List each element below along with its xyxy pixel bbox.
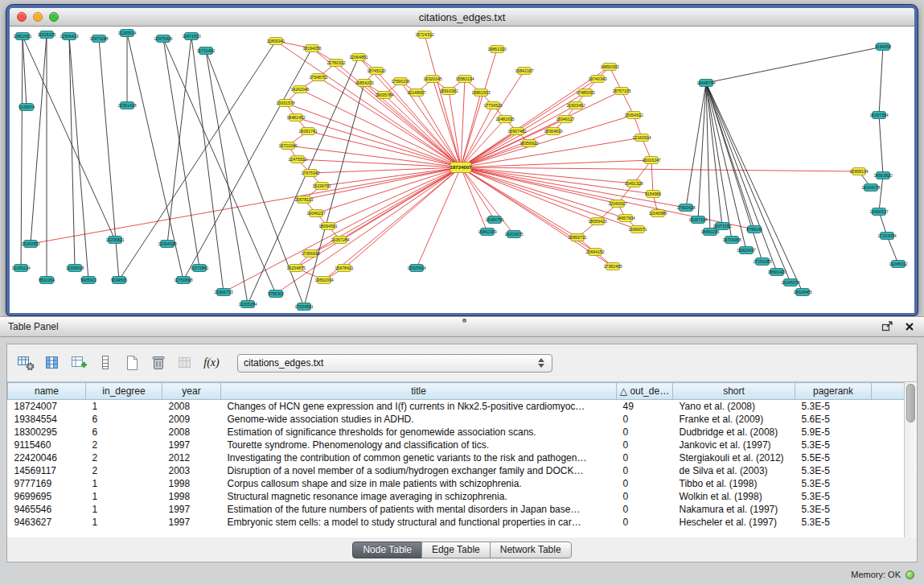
graph-node[interactable]: 8799146 bbox=[746, 226, 762, 233]
graph-node[interactable]: 16234875 bbox=[286, 265, 305, 272]
graph-node[interactable]: 20678113 bbox=[295, 196, 314, 204]
graph-node[interactable]: 18691420 bbox=[767, 269, 786, 276]
graph-edge[interactable] bbox=[344, 167, 461, 268]
graph-node[interactable]: 15582134 bbox=[455, 76, 474, 83]
graph-node[interactable]: 22064851 bbox=[349, 54, 368, 61]
graph-node[interactable]: 21057284 bbox=[331, 237, 349, 244]
column-header-3[interactable]: title bbox=[221, 383, 617, 400]
graph-edge[interactable] bbox=[461, 115, 634, 167]
table-settings-icon[interactable] bbox=[14, 352, 38, 374]
table-selector-dropdown[interactable]: citations_edges.txt bbox=[237, 354, 552, 373]
add-column-icon[interactable] bbox=[67, 352, 91, 374]
window-titlebar[interactable]: citations_edges.txt bbox=[10, 8, 914, 27]
graph-edge[interactable] bbox=[879, 47, 883, 115]
column-header-0[interactable]: name bbox=[8, 383, 86, 400]
graph-node[interactable]: 15920437 bbox=[737, 247, 755, 254]
float-panel-icon[interactable] bbox=[881, 320, 893, 333]
graph-node[interactable]: 16648794 bbox=[696, 80, 715, 87]
graph-edge[interactable] bbox=[706, 47, 883, 83]
graph-node[interactable]: 15491328 bbox=[624, 180, 643, 187]
graph-node[interactable]: 9154980 bbox=[645, 191, 661, 198]
graph-node[interactable]: 9905913 bbox=[80, 277, 97, 284]
graph-node[interactable]: 17034561 bbox=[294, 303, 313, 311]
graph-edge[interactable] bbox=[324, 167, 461, 280]
graph-edge[interactable] bbox=[119, 41, 276, 280]
graph-node[interactable]: 11526205 bbox=[38, 31, 56, 39]
graph-node[interactable]: 9756302 bbox=[268, 290, 284, 298]
graph-node[interactable]: 10235821 bbox=[105, 237, 124, 244]
graph-node[interactable]: 11572841 bbox=[191, 265, 209, 272]
graph-node[interactable]: 20031578 bbox=[276, 100, 294, 107]
table-row[interactable]: 911546021997Tourette syndrome. Phenomeno… bbox=[8, 439, 906, 451]
graph-node[interactable]: 18059423 bbox=[588, 218, 606, 225]
graph-node[interactable]: 16034278 bbox=[861, 184, 880, 192]
graph-node[interactable]: 12406517 bbox=[869, 208, 888, 216]
graph-edge[interactable] bbox=[183, 48, 312, 280]
graph-node[interactable]: 18325914 bbox=[407, 265, 425, 272]
graph-node[interactable]: 12475512 bbox=[288, 156, 306, 163]
graph-node[interactable]: 11731492 bbox=[197, 47, 216, 55]
graph-edge[interactable] bbox=[167, 36, 191, 244]
graph-node[interactable]: 17485093 bbox=[576, 89, 594, 97]
graph-node[interactable]: 18356920 bbox=[519, 140, 538, 147]
table-panel-header[interactable]: Table Panel bbox=[0, 316, 924, 337]
graph-node[interactable]: 19861320 bbox=[487, 46, 506, 53]
citation-network-graph[interactable]: 1180934118194056227803121754875114242046… bbox=[10, 27, 914, 313]
graph-node[interactable]: 25260550 bbox=[21, 241, 39, 248]
graph-node[interactable]: 16046127 bbox=[556, 116, 574, 123]
graph-edge[interactable] bbox=[461, 167, 859, 171]
graph-node[interactable]: 20351428 bbox=[117, 102, 136, 109]
close-window-icon[interactable] bbox=[17, 12, 27, 22]
graph-node[interactable]: 10802651 bbox=[13, 33, 31, 40]
graph-node[interactable]: 19046217 bbox=[306, 210, 325, 217]
table-row[interactable]: 1830029562008Estimation of significance … bbox=[8, 426, 906, 439]
graph-node[interactable]: 16073152 bbox=[713, 223, 731, 230]
graph-node[interactable]: 17103054 bbox=[877, 233, 896, 240]
tab-node-table[interactable]: Node Table bbox=[352, 542, 422, 558]
graph-node[interactable]: 18194056 bbox=[302, 45, 321, 52]
graph-node-hub[interactable]: 18724007 bbox=[450, 163, 472, 173]
table-row[interactable]: 1456911722003Disruption of a novel membe… bbox=[8, 464, 906, 477]
graph-edge[interactable] bbox=[304, 83, 364, 307]
graph-node[interactable]: 17356910 bbox=[301, 250, 319, 257]
graph-node[interactable]: 16016247 bbox=[642, 157, 660, 164]
table-row[interactable]: 946362711997Embryonic stem cells: a mode… bbox=[8, 516, 906, 529]
graph-node[interactable]: 10471503 bbox=[182, 33, 200, 40]
graph-node[interactable]: 17590236 bbox=[391, 78, 409, 85]
table-row[interactable]: 2242004622012Investigating the contribut… bbox=[8, 451, 906, 464]
graph-node[interactable]: 15842167 bbox=[515, 68, 533, 75]
graph-edge[interactable] bbox=[206, 51, 248, 304]
show-columns-icon[interactable] bbox=[40, 352, 64, 374]
graph-node[interactable]: 11809341 bbox=[267, 38, 285, 45]
graph-edge[interactable] bbox=[99, 39, 119, 280]
graph-node[interactable]: 16320145 bbox=[423, 76, 441, 83]
graph-edge[interactable] bbox=[461, 167, 754, 229]
graph-node[interactable]: 9502354 bbox=[39, 277, 55, 284]
graph-edge[interactable] bbox=[285, 103, 461, 167]
graph-edge[interactable] bbox=[461, 131, 553, 167]
graph-node[interactable]: 12506413 bbox=[60, 33, 78, 40]
graph-node[interactable]: 16907482 bbox=[507, 128, 526, 135]
network-canvas[interactable]: 1180934118194056227803121754875114242046… bbox=[10, 27, 914, 313]
graph-edge[interactable] bbox=[686, 83, 706, 208]
graph-edge[interactable] bbox=[887, 236, 898, 264]
graph-node[interactable]: 15678421 bbox=[335, 265, 353, 272]
graph-edge[interactable] bbox=[461, 167, 495, 220]
new-file-icon[interactable] bbox=[120, 352, 144, 374]
graph-node[interactable]: 17693428 bbox=[676, 204, 695, 212]
graph-edge[interactable] bbox=[23, 36, 27, 107]
graph-node[interactable]: 9194058 bbox=[875, 43, 891, 51]
graph-node[interactable]: 22780312 bbox=[326, 60, 345, 67]
table-row[interactable]: 946554611997Estimation of the future num… bbox=[8, 503, 906, 516]
graph-node[interactable]: 19861503 bbox=[471, 89, 490, 97]
graph-node[interactable]: 11309618 bbox=[66, 265, 84, 272]
table-row[interactable]: 1872400712008Changes of HCN gene express… bbox=[8, 400, 906, 414]
graph-node[interactable]: 15184751 bbox=[485, 216, 503, 224]
graph-node[interactable]: 16842309 bbox=[478, 229, 496, 236]
graph-node[interactable]: 17734529 bbox=[483, 102, 502, 109]
graph-node[interactable]: 12160914 bbox=[632, 134, 651, 142]
graph-edge[interactable] bbox=[461, 160, 651, 167]
graph-node[interactable]: 15724312 bbox=[415, 31, 433, 39]
graph-node[interactable]: 15054912 bbox=[624, 112, 643, 119]
graph-node[interactable]: 16245079 bbox=[781, 279, 799, 286]
